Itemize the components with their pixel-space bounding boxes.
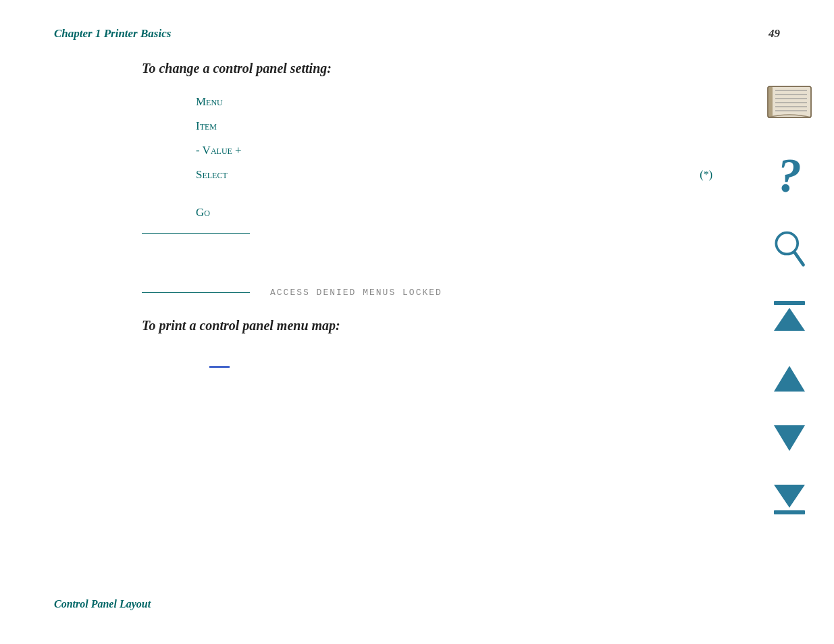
nav-up-icon[interactable] <box>773 363 806 396</box>
section2: To print a control panel menu map: <box>142 318 712 368</box>
footer: Control Panel Layout <box>54 598 151 610</box>
item-label: Item <box>196 119 217 133</box>
svg-marker-14 <box>774 366 805 392</box>
svg-rect-1 <box>768 86 773 117</box>
select-label: Select <box>196 168 228 182</box>
section2-title: To print a control panel menu map: <box>142 318 712 333</box>
book-icon[interactable] <box>765 81 814 124</box>
main-content: To change a control panel setting: Menu … <box>142 61 712 368</box>
section1-title: To change a control panel setting: <box>142 61 712 76</box>
footer-chapter-label: Control Panel Layout <box>54 598 151 610</box>
divider-line <box>142 233 250 234</box>
list-item: Menu <box>196 95 712 109</box>
svg-marker-16 <box>774 485 805 508</box>
access-denied-text: ACCESS DENIED MENUS LOCKED <box>270 288 442 298</box>
page-number: 49 <box>768 27 780 41</box>
svg-marker-15 <box>774 425 805 451</box>
list-item: - Value + <box>196 144 712 157</box>
svg-rect-12 <box>774 301 805 305</box>
access-denied-hr <box>142 292 250 293</box>
nav-last-icon[interactable] <box>770 482 809 520</box>
value-label: - Value + <box>196 144 242 157</box>
list-item: Go <box>196 206 712 219</box>
go-label: Go <box>196 206 210 219</box>
menu-items-list: Menu Item - Value + Select (*) <box>196 95 712 182</box>
list-item: Item <box>196 119 712 133</box>
list-item: Select (*) <box>196 168 712 182</box>
select-suffix: (*) <box>700 169 712 181</box>
svg-rect-17 <box>774 510 805 514</box>
access-denied-row: ACCESS DENIED MENUS LOCKED <box>142 288 712 298</box>
nav-first-icon[interactable] <box>770 298 809 336</box>
help-icon[interactable]: ? <box>770 151 809 203</box>
search-icon[interactable] <box>772 230 807 271</box>
sidebar-icons: ? <box>765 81 814 520</box>
svg-rect-0 <box>768 86 811 117</box>
page-header: Chapter 1 Printer Basics 49 <box>54 27 780 41</box>
svg-text:?: ? <box>777 151 802 200</box>
chapter-title: Chapter 1 Printer Basics <box>54 27 171 41</box>
svg-line-11 <box>794 252 803 265</box>
nav-down-icon[interactable] <box>773 423 806 455</box>
menu-item-label: Menu <box>196 95 223 109</box>
svg-marker-13 <box>774 308 805 331</box>
blue-dash-decoration <box>209 366 230 368</box>
go-item-container: Go <box>196 206 712 219</box>
